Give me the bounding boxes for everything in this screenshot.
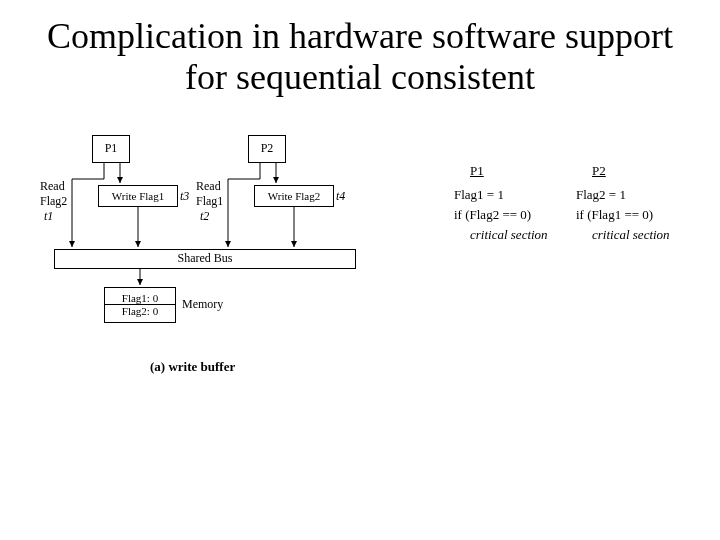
code-heading-p2: P2 (592, 163, 606, 179)
code-p1-line2: if (Flag2 == 0) (454, 207, 531, 223)
diagram-caption: (a) write buffer (150, 359, 235, 375)
memory-flag2: Flag2: 0 (105, 305, 175, 317)
read-flag1-line1: Read (196, 179, 223, 194)
code-heading-p1: P1 (470, 163, 484, 179)
read-flag2-label: Read Flag2 (40, 179, 67, 209)
read-flag1-line2: Flag1 (196, 194, 223, 209)
read-flag2-line2: Flag2 (40, 194, 67, 209)
time-t2: t2 (200, 209, 209, 224)
shared-bus: Shared Bus (54, 249, 356, 269)
code-p1-line3: critical section (470, 227, 548, 243)
read-flag2-line1: Read (40, 179, 67, 194)
diagram-stage: P1 P2 Read Flag2 t1 Read Flag1 t2 Write … (0, 99, 720, 519)
code-p2-line2: if (Flag1 == 0) (576, 207, 653, 223)
read-flag1-label: Read Flag1 (196, 179, 223, 209)
processor-p1: P1 (92, 135, 130, 163)
time-t3: t3 (180, 189, 189, 204)
memory-flag1: Flag1: 0 (105, 292, 175, 305)
time-t4: t4 (336, 189, 345, 204)
code-p2-line3: critical section (592, 227, 670, 243)
processor-p2: P2 (248, 135, 286, 163)
code-p2-line1: Flag2 = 1 (576, 187, 626, 203)
page-title: Complication in hardware software suppor… (0, 0, 720, 99)
code-p1-line1: Flag1 = 1 (454, 187, 504, 203)
time-t1: t1 (44, 209, 53, 224)
write-buffer-2: Write Flag2 (254, 185, 334, 207)
memory-label: Memory (182, 297, 223, 312)
write-buffer-1: Write Flag1 (98, 185, 178, 207)
memory-box: Flag1: 0 Flag2: 0 (104, 287, 176, 323)
